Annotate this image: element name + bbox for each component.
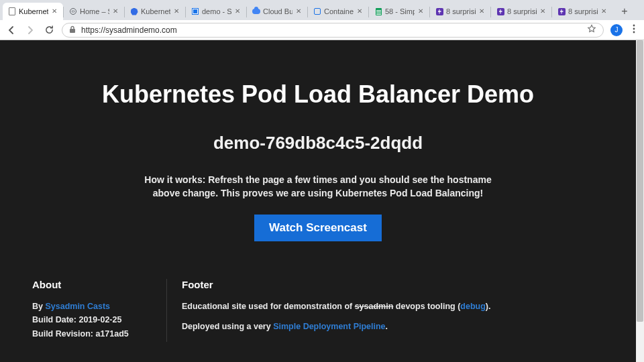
bookmark-star-icon[interactable]: [587, 24, 596, 36]
close-icon[interactable]: ✕: [356, 8, 363, 15]
forward-button[interactable]: [24, 24, 36, 36]
svg-point-3: [633, 31, 635, 33]
close-icon[interactable]: ✕: [51, 8, 58, 15]
sheets-icon: [374, 7, 382, 15]
debug-link[interactable]: debug: [460, 302, 486, 311]
vertical-scrollbar[interactable]: [636, 40, 644, 362]
avatar-initial: J: [615, 26, 619, 34]
footer-line-1: Educational site used for demonstration …: [182, 301, 604, 313]
close-icon[interactable]: ✕: [173, 8, 180, 15]
browser-tab-7[interactable]: 8 surprisi ✕: [430, 3, 490, 20]
kebab-icon: [633, 24, 635, 34]
svg-rect-0: [70, 29, 75, 33]
tab-title: 8 surprisi: [446, 7, 476, 15]
app-icon: [496, 7, 504, 15]
app-icon: [557, 7, 566, 15]
about-by-line: By Sysadmin Casts: [32, 301, 146, 312]
browser-tab-strip: Kubernete ✕ Home – S ✕ Kubernete ✕ demo …: [0, 0, 644, 20]
footer-section: About By Sysadmin Casts Build Date: 2019…: [0, 268, 636, 358]
kubernetes-icon: [130, 7, 138, 15]
address-bar[interactable]: https://sysadmindemo.com: [62, 23, 604, 38]
about-heading: About: [32, 279, 146, 290]
build-revision-value: a171ad5: [95, 329, 128, 339]
cloud-icon: [252, 7, 260, 15]
svg-point-1: [633, 24, 635, 26]
page-icon: [8, 7, 16, 15]
watch-screencast-button[interactable]: Watch Screencast: [254, 215, 382, 241]
browser-toolbar: https://sysadmindemo.com J: [0, 20, 644, 40]
tab-title: Cloud Bu: [263, 7, 292, 15]
tab-title: Kubernete: [141, 7, 170, 15]
tab-title: Home – S: [80, 7, 109, 15]
new-tab-button[interactable]: +: [616, 3, 633, 19]
browser-tab-9[interactable]: 8 surprisi ✕: [552, 3, 612, 20]
browser-tab-2[interactable]: Kubernete ✕: [125, 3, 185, 20]
tab-title: Containe: [324, 7, 354, 15]
browser-tab-5[interactable]: Containe ✕: [308, 3, 368, 20]
lock-icon: [69, 25, 76, 35]
url-text: https://sysadmindemo.com: [81, 25, 582, 35]
tab-title: Kubernete: [19, 7, 48, 15]
scrollbar-thumb[interactable]: [637, 40, 643, 322]
globe-icon: [69, 7, 77, 15]
browser-tab-1[interactable]: Home – S ✕: [64, 3, 124, 20]
about-column: About By Sysadmin Casts Build Date: 2019…: [32, 279, 146, 342]
browser-tab-4[interactable]: Cloud Bu ✕: [247, 3, 307, 20]
arrow-right-icon: [25, 25, 36, 36]
close-icon[interactable]: ✕: [539, 8, 546, 15]
close-icon[interactable]: ✕: [295, 8, 302, 15]
footer-heading: Footer: [182, 279, 604, 290]
footer-line-2: Deployed using a very Simple Deployment …: [182, 321, 604, 333]
tab-title: 58 - Simp: [385, 7, 415, 15]
browser-tab-3[interactable]: demo - S ✕: [186, 3, 246, 20]
build-date-line: Build Date: 2019-02-25: [32, 314, 146, 325]
close-icon[interactable]: ✕: [234, 8, 241, 15]
reload-icon: [44, 25, 54, 35]
close-icon[interactable]: ✕: [417, 8, 424, 15]
container-icon: [313, 7, 321, 15]
close-icon[interactable]: ✕: [112, 8, 119, 15]
arrow-left-icon: [6, 25, 17, 36]
svg-point-2: [633, 27, 635, 29]
tab-title: 8 surprisi: [507, 7, 537, 15]
profile-avatar[interactable]: J: [610, 24, 623, 36]
page-title: Kubernetes Pod Load Balancer Demo: [67, 80, 569, 109]
tab-title: demo - S: [202, 7, 231, 15]
build-revision-line: Build Revision: a171ad5: [32, 328, 146, 339]
footer-column: Footer Educational site used for demonst…: [166, 279, 604, 342]
tab-title: 8 surprisi: [568, 7, 598, 15]
hostname-display: demo-769db8c4c5-2dqdd: [67, 133, 569, 154]
browser-menu-button[interactable]: [629, 24, 639, 36]
close-icon[interactable]: ✕: [600, 8, 607, 15]
deployment-pipeline-link[interactable]: Simple Deployment Pipeline: [273, 322, 385, 331]
hero-section: Kubernetes Pod Load Balancer Demo demo-7…: [0, 40, 636, 268]
sysadmin-casts-link[interactable]: Sysadmin Casts: [45, 302, 110, 311]
how-prefix: How it works:: [144, 174, 208, 185]
page-viewport: Kubernetes Pod Load Balancer Demo demo-7…: [0, 40, 644, 362]
strike-sysadmin: sysadmin: [355, 302, 394, 311]
build-date-value: 2019-02-25: [78, 315, 121, 324]
reload-button[interactable]: [43, 24, 55, 36]
browser-tab-8[interactable]: 8 surprisi ✕: [491, 3, 551, 20]
app-icon: [435, 7, 443, 15]
close-icon[interactable]: ✕: [478, 8, 485, 15]
browser-tab-6[interactable]: 58 - Simp ✕: [369, 3, 429, 20]
cube-icon: [191, 7, 199, 15]
how-it-works-text: How it works: Refresh the page a few tim…: [144, 174, 492, 200]
browser-tab-0[interactable]: Kubernete ✕: [3, 3, 63, 20]
back-button[interactable]: [5, 24, 17, 36]
